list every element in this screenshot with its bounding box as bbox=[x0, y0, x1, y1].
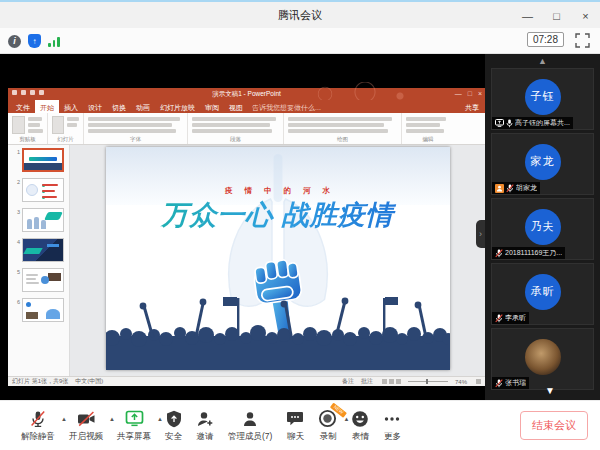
sidebar-collapse-handle[interactable]: › bbox=[476, 220, 485, 248]
shared-screen-stage: 演示文稿1 - PowerPoint — □ × 文件 开始 插入 设计 切换 … bbox=[0, 54, 485, 400]
ppt-group-drawing: 绘图 bbox=[284, 136, 401, 143]
chat-button[interactable]: 聊天 bbox=[279, 409, 311, 443]
smiley-icon bbox=[351, 410, 369, 428]
network-signal-icon[interactable] bbox=[48, 35, 60, 47]
meeting-main-area: 演示文稿1 - PowerPoint — □ × 文件 开始 插入 设计 切换 … bbox=[0, 54, 600, 400]
ppt-fit-icon bbox=[476, 379, 481, 384]
ppt-share-button: 共享 bbox=[465, 103, 479, 113]
ppt-tab-view: 视图 bbox=[224, 100, 248, 113]
slide-thumbnail-5: 5 bbox=[8, 268, 69, 292]
more-dots-icon bbox=[383, 410, 401, 428]
scroll-up-icon[interactable]: ▲ bbox=[538, 55, 547, 67]
manage-members-button[interactable]: 管理成员(7) bbox=[221, 409, 279, 443]
ppt-zoom-level: 74% bbox=[455, 379, 467, 385]
invite-button[interactable]: 邀请 bbox=[189, 409, 221, 443]
ppt-slide-counter: 幻灯片 第1张，共9张 bbox=[12, 377, 68, 386]
slide-kicker-text: 疫情中的河水 bbox=[106, 186, 450, 196]
maximize-button[interactable]: □ bbox=[542, 4, 571, 28]
shield-icon bbox=[166, 410, 182, 428]
ppt-tab-animations: 动画 bbox=[131, 100, 155, 113]
slide-thumbnail-3: 3 bbox=[8, 208, 69, 232]
ppt-slide-canvas: 疫情中的河水 万众一心 战胜疫情 bbox=[70, 145, 485, 376]
participant-tile[interactable]: 子钰 高子钰的屏幕共... bbox=[491, 68, 594, 130]
ppt-newslide-button bbox=[52, 116, 64, 134]
participant-tile[interactable]: 乃夫 2018111169王乃... bbox=[491, 198, 594, 260]
ppt-workspace: 1 2 3 4 5 bbox=[8, 145, 485, 376]
more-button[interactable]: 更多 bbox=[376, 409, 408, 443]
ppt-tab-review: 审阅 bbox=[200, 100, 224, 113]
slide-thumbnail-4: 4 bbox=[8, 238, 69, 262]
fullscreen-icon[interactable] bbox=[575, 33, 590, 48]
participant-tile[interactable]: 张书瑞 bbox=[491, 328, 594, 390]
scroll-down-icon[interactable]: ▼ bbox=[545, 385, 555, 396]
start-video-button[interactable]: 开启视频 ▲ bbox=[62, 409, 110, 443]
close-button[interactable]: × bbox=[571, 4, 600, 28]
ppt-group-font: 字体 bbox=[84, 136, 187, 143]
ppt-restore-icon: □ bbox=[468, 89, 472, 99]
ppt-group-paragraph: 段落 bbox=[188, 136, 283, 143]
meeting-timer: 07:28 bbox=[527, 32, 564, 47]
ppt-minimize-icon: — bbox=[455, 89, 462, 99]
avatar: 乃夫 bbox=[525, 209, 561, 245]
unmute-button[interactable]: 解除静音 ▲ bbox=[14, 409, 62, 443]
ppt-notes-toggle: 备注 bbox=[342, 377, 354, 386]
members-icon bbox=[241, 410, 259, 428]
ppt-view-buttons bbox=[380, 379, 401, 385]
ppt-tab-slideshow: 幻灯片放映 bbox=[155, 100, 200, 113]
end-meeting-button[interactable]: 结束会议 bbox=[520, 411, 588, 440]
avatar: 子钰 bbox=[525, 79, 561, 115]
chat-icon bbox=[286, 410, 304, 427]
ppt-tellme-search: 告诉我您想要做什么... bbox=[248, 100, 325, 113]
ppt-tab-file: 文件 bbox=[11, 100, 35, 113]
crowd-silhouette bbox=[106, 292, 450, 370]
minimize-button[interactable]: — bbox=[513, 4, 542, 28]
mic-muted-icon bbox=[495, 249, 503, 258]
participant-name: 2018111169王乃... bbox=[505, 248, 562, 258]
ppt-window-title: 演示文稿1 - PowerPoint bbox=[8, 90, 485, 99]
host-icon bbox=[495, 184, 504, 193]
mic-muted-icon bbox=[495, 314, 503, 323]
avatar: 承昕 bbox=[525, 274, 561, 310]
ppt-ribbon-tabs: 文件 开始 插入 设计 切换 动画 幻灯片放映 审阅 视图 告诉我您想要做什么.… bbox=[8, 100, 485, 113]
avatar-photo bbox=[525, 339, 561, 375]
ppt-close-icon: × bbox=[478, 89, 482, 99]
ppt-status-bar: 幻灯片 第1张，共9张 中文(中国) 备注 批注 74% bbox=[8, 376, 485, 386]
ppt-comments-toggle: 批注 bbox=[361, 377, 373, 386]
ppt-tab-transitions: 切换 bbox=[107, 100, 131, 113]
ppt-tab-design: 设计 bbox=[83, 100, 107, 113]
participant-tile[interactable]: 家龙 胡家龙 bbox=[491, 133, 594, 195]
meeting-info-icon[interactable]: i bbox=[8, 35, 21, 48]
ppt-thumbnail-panel: 1 2 3 4 5 bbox=[8, 145, 70, 376]
slide-thumbnail-6: 6 bbox=[8, 298, 69, 322]
ppt-window-controls: — □ × bbox=[455, 89, 482, 99]
ppt-group-editing: 编辑 bbox=[402, 136, 454, 143]
ppt-tab-insert: 插入 bbox=[59, 100, 83, 113]
screenshare-icon bbox=[125, 410, 144, 427]
ppt-ribbon: 剪贴板 幻灯片 字体 段落 绘图 bbox=[8, 113, 485, 145]
avatar: 家龙 bbox=[525, 144, 561, 180]
ppt-tab-home: 开始 bbox=[35, 100, 59, 113]
security-button[interactable]: 安全 bbox=[158, 409, 189, 443]
window-controls: — □ × bbox=[513, 4, 600, 28]
network-protect-icon[interactable]: ↑ bbox=[28, 34, 41, 48]
slide-title-text: 万众一心 战胜疫情 bbox=[106, 197, 450, 233]
ppt-zoom-slider bbox=[408, 381, 448, 382]
mic-muted-icon bbox=[495, 379, 503, 388]
participant-name: 胡家龙 bbox=[516, 183, 537, 193]
ppt-group-slides: 幻灯片 bbox=[48, 136, 83, 143]
record-button[interactable]: NEW 录制 ▲ bbox=[311, 409, 344, 443]
reactions-button[interactable]: 表情 bbox=[344, 409, 376, 443]
ppt-group-clipboard: 剪贴板 bbox=[8, 136, 47, 143]
participants-sidebar: ▲ › 子钰 高子钰的屏幕共... 家龙 胡家龙 乃夫 2018111169王乃… bbox=[485, 54, 600, 400]
ppt-paste-button bbox=[12, 116, 25, 134]
participant-tile[interactable]: 承昕 李承昕 bbox=[491, 263, 594, 325]
meeting-info-bar: i ↑ 07:28 bbox=[0, 28, 600, 54]
share-screen-button[interactable]: 共享屏幕 ▲ bbox=[110, 409, 158, 443]
participant-name: 张书瑞 bbox=[505, 378, 526, 388]
window-titlebar: 腾讯会议 — □ × bbox=[0, 0, 600, 28]
participant-name: 高子钰的屏幕共... bbox=[515, 118, 570, 128]
meeting-control-bar: 解除静音 ▲ 开启视频 ▲ 共享屏幕 ▲ 安全 邀请 管理成员(7) 聊天 NE… bbox=[0, 400, 600, 450]
mic-on-icon bbox=[506, 119, 513, 128]
invite-person-icon bbox=[196, 410, 214, 428]
mic-muted-icon bbox=[29, 410, 47, 428]
